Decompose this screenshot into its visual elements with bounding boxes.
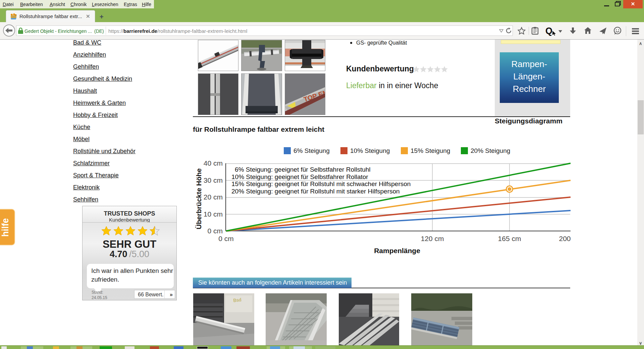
svg-text:Bsd: Bsd [233,297,242,303]
